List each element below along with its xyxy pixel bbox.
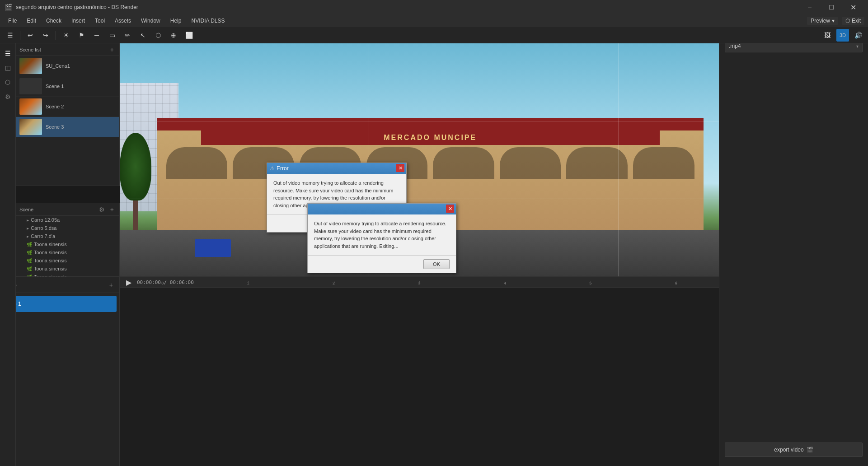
ruler-tick-2: 2 xyxy=(291,281,376,285)
building-roof-band xyxy=(157,118,704,130)
dialog1-title-text: Error xyxy=(277,165,404,172)
photo-button[interactable]: 🖼 xyxy=(821,29,834,42)
app-icon: 🎬 xyxy=(5,4,12,11)
add-scene-button[interactable]: + xyxy=(108,45,116,54)
scene-name-1: Scene 1 xyxy=(46,84,64,89)
adjust-button[interactable]: ⊕ xyxy=(167,29,180,42)
scene-item-3[interactable]: Scene 3 xyxy=(16,117,119,137)
scene-name-2: Scene 2 xyxy=(46,104,64,109)
window-controls: − □ ✕ xyxy=(799,0,863,14)
add-clip-button[interactable]: + xyxy=(108,280,115,289)
scene-item-1[interactable]: Scene 1 xyxy=(16,76,119,97)
maximize-button[interactable]: □ xyxy=(821,0,842,14)
sidebar-assets-icon[interactable]: ⬡ xyxy=(1,76,14,89)
flag-button[interactable]: ⚑ xyxy=(75,29,88,42)
scene-thumbnail-su-cena1 xyxy=(19,58,42,74)
sidebar-scenes-icon[interactable]: ☰ xyxy=(1,47,14,60)
ruler-ticks: 0 1 2 3 4 5 6 xyxy=(120,277,719,287)
arch-6 xyxy=(500,147,561,179)
cursor-button[interactable]: ↖ xyxy=(136,29,149,42)
add-object-button[interactable]: + xyxy=(108,205,116,214)
scene-settings-button[interactable]: ⚙ xyxy=(97,205,107,214)
menu-edit[interactable]: Edit xyxy=(22,16,41,26)
menu-insert[interactable]: Insert xyxy=(67,16,89,26)
object-name-carro2: Carro 5.dsa xyxy=(31,225,56,231)
dialog2-title-bar: ✕ xyxy=(308,204,456,214)
clips-header: Clips + xyxy=(0,277,120,293)
frame-button[interactable]: ⬜ xyxy=(183,29,195,42)
app-title: segundo arquivo centro gastronômico - DS… xyxy=(16,4,796,10)
sidebar-settings-icon[interactable]: ⚙ xyxy=(1,90,14,103)
scene-thumbnail-1 xyxy=(19,78,42,94)
building-sign: MERCADO MUNCIPE xyxy=(201,130,660,145)
right-panel: video option 1080p ▾ video format .mp4 ▾… xyxy=(719,0,868,466)
sun-button[interactable]: ☀ xyxy=(60,29,72,42)
error-dialog-2[interactable]: ✕ Out of video memory trying to allocate… xyxy=(307,203,456,273)
object-item-carro2[interactable]: ▸ Carro 5.dsa xyxy=(16,224,119,232)
3d-button[interactable]: 3D xyxy=(836,29,849,42)
export-video-button[interactable]: export video 🎬 xyxy=(725,443,863,457)
object-name-toona2: Toona sinensis xyxy=(34,250,67,255)
tree-icon-2: 🌿 xyxy=(27,250,32,255)
building-arches xyxy=(157,147,704,179)
title-bar: 🎬 segundo arquivo centro gastronômico - … xyxy=(0,0,868,14)
dialog1-icon: ⚠ xyxy=(270,165,275,172)
menu-tool[interactable]: Tool xyxy=(90,16,109,26)
menu-assets[interactable]: Assets xyxy=(110,16,136,26)
clip-item-1[interactable]: Clip 1 xyxy=(3,296,117,312)
pencil-button[interactable]: ✏ xyxy=(121,29,134,42)
object-item-carro3[interactable]: ▸ Carro 7.d'a xyxy=(16,232,119,240)
scene-item-2[interactable]: Scene 2 xyxy=(16,97,119,117)
menu-nvidia-dlss[interactable]: NVIDIA DLSS xyxy=(187,16,229,26)
node-button[interactable]: ⬡ xyxy=(152,29,164,42)
audio-button[interactable]: 🔊 xyxy=(852,29,864,42)
preview-dropdown[interactable]: Preview ▾ xyxy=(807,17,838,25)
ruler-tick-4: 4 xyxy=(462,281,548,285)
object-name-carro1: Carro 12.05a xyxy=(31,217,60,223)
tree-icon-4: 🌿 xyxy=(27,266,32,271)
time-display: 00:00:00 / 00:06:00 xyxy=(137,280,194,285)
redo-button[interactable]: ↪ xyxy=(39,29,52,42)
tree-arrow-icon-3: ▸ xyxy=(27,234,29,239)
dialog2-body: Out of video memory trying to allocate a… xyxy=(308,214,456,255)
undo-button[interactable]: ↩ xyxy=(24,29,37,42)
scene-name-3: Scene 3 xyxy=(46,124,64,130)
scene-panel-header: Scene list + xyxy=(16,43,119,56)
timeline-ruler: 0 1 2 3 4 5 6 xyxy=(120,277,719,288)
dialog2-close-button[interactable]: ✕ xyxy=(446,205,454,213)
line-button[interactable]: ─ xyxy=(90,29,103,42)
dialog2-footer: OK xyxy=(308,255,456,273)
arch-8 xyxy=(633,147,694,179)
sidebar-layers-icon[interactable]: ◫ xyxy=(1,61,14,74)
object-item-toona5[interactable]: 🌿 Toona sinensis xyxy=(16,273,119,276)
object-item-toona3[interactable]: 🌿 Toona sinensis xyxy=(16,256,119,265)
exit-arrow-icon: ⬡ xyxy=(845,18,850,24)
tree-icon-1: 🌿 xyxy=(27,242,32,247)
ruler-tick-3: 3 xyxy=(376,281,462,285)
object-item-carro1[interactable]: ▸ Carro 12.05a xyxy=(16,216,119,224)
layers-button[interactable]: ☰ xyxy=(4,29,16,42)
menu-window[interactable]: Window xyxy=(136,16,165,26)
scene-item-su-cena1[interactable]: SU_Cena1 xyxy=(16,56,119,76)
video-format-value: .mp4 xyxy=(729,43,741,49)
object-item-toona4[interactable]: 🌿 Toona sinensis xyxy=(16,265,119,273)
tree-icon-3: 🌿 xyxy=(27,258,32,263)
menu-help[interactable]: Help xyxy=(166,16,186,26)
exit-button[interactable]: ⬡ Exit xyxy=(842,17,864,25)
rect-button[interactable]: ▭ xyxy=(106,29,118,42)
object-panel: Scene ⚙ + ▸ Carro 12.05a ▸ Carro 5.dsa ▸… xyxy=(16,203,120,276)
scene-panel: Scene list + SU_Cena1 Scene 1 Scene 2 Sc… xyxy=(16,43,120,186)
export-label: export video xyxy=(774,447,803,453)
menu-check[interactable]: Check xyxy=(42,16,66,26)
object-panel-actions: ⚙ + xyxy=(97,205,116,214)
play-button[interactable]: ▶ xyxy=(122,276,135,289)
minimize-button[interactable]: − xyxy=(799,0,820,14)
object-item-toona1[interactable]: 🌿 Toona sinensis xyxy=(16,240,119,248)
dialog1-close-button[interactable]: ✕ xyxy=(396,164,404,172)
dialog2-ok-button[interactable]: OK xyxy=(423,259,450,269)
arch-5 xyxy=(433,147,494,179)
close-button[interactable]: ✕ xyxy=(843,0,863,14)
menu-file[interactable]: File xyxy=(4,16,21,26)
object-item-toona2[interactable]: 🌿 Toona sinensis xyxy=(16,248,119,256)
tree-canopy-1 xyxy=(120,133,151,200)
